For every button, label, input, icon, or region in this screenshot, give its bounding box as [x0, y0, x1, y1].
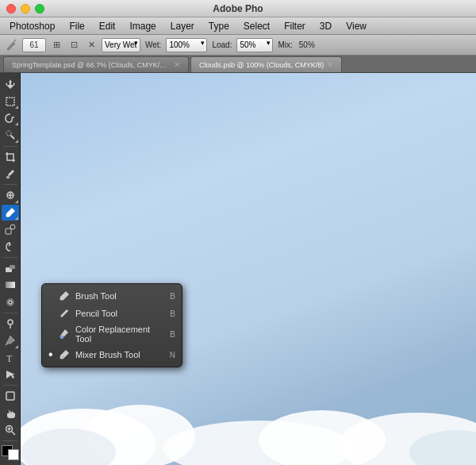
history-brush-tool[interactable] [2, 238, 19, 254]
ctx-brush-tool[interactable]: Brush Tool B [42, 287, 182, 305]
healing-brush-tool[interactable] [2, 187, 19, 203]
menu-edit[interactable]: Edit [93, 19, 122, 33]
canvas-area: Brush Tool B Pencil Tool B [21, 73, 476, 465]
svg-marker-19 [6, 371, 15, 379]
brush-tool[interactable] [2, 205, 19, 221]
tab-spring-template[interactable]: SpringTemplate.psd @ 66.7% (Clouds, CMYK… [3, 56, 189, 72]
wet-select[interactable]: 100% [166, 38, 207, 52]
ctx-brush-label: Brush Tool [75, 291, 165, 301]
text-tool[interactable]: T [2, 350, 19, 366]
pen-tool[interactable] [2, 332, 19, 348]
color-replacement-icon [58, 328, 71, 340]
ctx-color-shortcut: B [170, 330, 175, 339]
ctx-brush-shortcut: B [170, 292, 175, 301]
ctx-color-replacement-tool[interactable]: Color Replacement Tool B [42, 322, 182, 346]
load-select[interactable]: 50% [236, 38, 273, 52]
menu-filter[interactable]: Filter [278, 19, 312, 33]
mode-icon: ⊞ [49, 38, 63, 52]
svg-point-14 [7, 299, 13, 306]
blur-tool[interactable] [2, 294, 19, 309]
gradient-tool[interactable] [2, 277, 19, 293]
separator-3 [3, 257, 17, 258]
clone-stamp-tool[interactable] [2, 221, 19, 237]
zoom-tool[interactable] [2, 422, 19, 438]
tab-clouds-close[interactable]: ✕ [327, 60, 333, 69]
separator-1 [3, 146, 17, 147]
menu-layer[interactable]: Layer [164, 19, 201, 33]
svg-rect-2 [6, 98, 14, 106]
svg-line-4 [10, 136, 14, 140]
dodge-tool[interactable] [2, 316, 19, 332]
options-bar: 61 ⊞ ⊡ ✕ Very Wet Wet: 100% Load: 50% Mi… [0, 35, 476, 56]
title-bar: Adobe Pho [0, 0, 476, 17]
menu-view[interactable]: View [340, 19, 373, 33]
svg-marker-1 [6, 79, 15, 89]
mix-value: 50% [298, 40, 317, 49]
workspace: T [0, 73, 476, 465]
ctx-pencil-label: Pencil Tool [75, 309, 165, 318]
minimize-button[interactable] [21, 4, 30, 13]
context-menu: Brush Tool B Pencil Tool B [41, 283, 182, 367]
mode-select[interactable]: Very Wet [102, 38, 140, 52]
svg-point-33 [60, 336, 63, 339]
separator-2 [3, 184, 17, 185]
shape-tool[interactable] [2, 388, 19, 404]
eyedropper-tool[interactable] [2, 166, 19, 182]
close-button[interactable] [6, 4, 16, 13]
svg-line-0 [13, 40, 16, 42]
menu-file[interactable]: File [63, 19, 90, 33]
mode-select-wrapper[interactable]: Very Wet [102, 38, 140, 52]
path-selection-tool[interactable] [2, 367, 19, 382]
toggle-icon: ✕ [84, 38, 98, 52]
brush-size-preview[interactable]: 61 [22, 38, 46, 52]
svg-point-3 [6, 131, 11, 136]
svg-point-15 [9, 301, 12, 304]
mixer-brush-icon [58, 348, 71, 361]
tab-clouds[interactable]: Clouds.psb @ 100% (Clouds, CMYK/8) ✕ [190, 56, 342, 72]
eraser-tool[interactable] [2, 260, 19, 276]
wet-label: Wet: [144, 40, 163, 49]
ctx-pencil-tool[interactable]: Pencil Tool B [42, 305, 182, 322]
ctx-mixer-brush-tool[interactable]: • Mixer Brush Tool N [42, 346, 182, 363]
menu-type[interactable]: Type [202, 19, 236, 33]
foreground-background-colors[interactable] [2, 445, 19, 460]
menu-image[interactable]: Image [123, 19, 162, 33]
svg-rect-5 [6, 176, 10, 179]
quick-select-tool[interactable] [2, 127, 19, 143]
brush-icon [58, 290, 71, 302]
load-select-wrapper[interactable]: 50% [236, 38, 273, 52]
separator-5 [3, 385, 17, 386]
brush-tool-icon [5, 38, 19, 52]
rectangular-marquee-tool[interactable] [2, 93, 19, 109]
svg-rect-20 [6, 392, 14, 400]
mix-label: Mix: [276, 40, 294, 49]
hand-tool[interactable] [2, 405, 19, 421]
separator-4 [3, 313, 17, 313]
menu-3d[interactable]: 3D [313, 19, 338, 33]
maximize-button[interactable] [35, 4, 44, 13]
svg-line-22 [11, 432, 15, 436]
canvas-content [21, 73, 476, 465]
svg-text:T: T [6, 353, 13, 363]
load-label: Load: [210, 40, 233, 49]
tab-spring-close[interactable]: ✕ [174, 60, 180, 69]
tab-spring-label: SpringTemplate.psd @ 66.7% (Clouds, CMYK… [12, 61, 171, 69]
ctx-mixer-shortcut: N [170, 351, 175, 359]
menu-photoshop[interactable]: Photoshop [3, 19, 61, 33]
ctx-color-label: Color Replacement Tool [75, 325, 165, 344]
tab-clouds-label: Clouds.psb @ 100% (Clouds, CMYK/8) [199, 61, 324, 69]
window-title: Adobe Pho [213, 3, 263, 14]
move-tool[interactable] [2, 76, 19, 92]
menu-bar: Photoshop File Edit Image Layer Type Sel… [0, 17, 476, 35]
airbrush-icon: ⊡ [67, 38, 81, 52]
svg-point-16 [8, 320, 13, 325]
background-color[interactable] [8, 449, 19, 460]
tab-bar: SpringTemplate.psd @ 66.7% (Clouds, CMYK… [0, 56, 476, 73]
separator-6 [3, 440, 17, 441]
traffic-lights [6, 4, 44, 13]
lasso-tool[interactable] [2, 110, 19, 126]
crop-tool[interactable] [2, 148, 19, 164]
svg-rect-9 [6, 229, 11, 234]
menu-select[interactable]: Select [237, 19, 276, 33]
wet-select-wrapper[interactable]: 100% [166, 38, 207, 52]
